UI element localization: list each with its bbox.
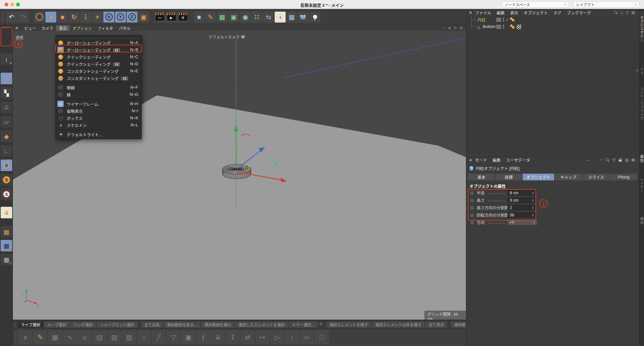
polygon-pen-tool[interactable]: ▽ — [166, 330, 181, 344]
spline-pen[interactable]: ✎ — [205, 12, 216, 23]
object-name[interactable]: 円柱 — [478, 17, 486, 23]
menu-item-クイックシェーディング（線）[interactable]: クイックシェーディング（線）N~D — [56, 60, 141, 68]
deformer[interactable]: ⇆ — [263, 12, 274, 23]
undo-icon[interactable]: ↶ — [6, 12, 17, 23]
floor-object[interactable]: ▦ — [286, 12, 297, 23]
magnet-tool[interactable]: ∪ — [78, 330, 92, 344]
enabled-check-icon[interactable]: ✓ — [506, 17, 509, 22]
om-menu-表示[interactable]: 表示 — [510, 10, 518, 16]
cube-points-tool[interactable]: □ — [315, 330, 329, 344]
filter-icon[interactable]: ▽ — [612, 158, 616, 162]
live-selection-tool[interactable]: ↖ — [34, 12, 45, 23]
search-icon[interactable] — [614, 11, 618, 15]
layout-select[interactable]: レイアウト ∨ — [573, 1, 639, 8]
viewport-menu-カメラ[interactable]: カメラ — [39, 25, 56, 31]
swap-tool[interactable]: ⇄ — [241, 330, 255, 344]
xyz-values-tool[interactable]: xyz — [300, 330, 314, 344]
tab-基本[interactable]: 基本 — [468, 174, 495, 180]
tab-オブジェクト[interactable]: オブジェクト — [523, 174, 554, 180]
normal-move-tool[interactable]: ↧ — [226, 330, 240, 344]
edge-mode-button[interactable]: ▱ — [1, 116, 12, 128]
smooth-shift-tool[interactable]: ⇊ — [211, 330, 225, 344]
forward-icon[interactable]: → — [593, 158, 597, 162]
tab-Phong[interactable]: Phong — [610, 174, 637, 180]
stretch-tool[interactable]: ↕ — [285, 330, 299, 344]
lock-workplane-button[interactable]: ▦▪ — [1, 240, 12, 251]
command-bar-grip[interactable] — [14, 322, 16, 327]
om-menu-タグ[interactable]: タグ — [553, 10, 561, 16]
layer-square-icon[interactable]: ∕ — [496, 18, 501, 22]
add-icon[interactable]: ⊞ — [631, 10, 635, 15]
am-menu-ユーザデータ[interactable]: ユーザデータ — [506, 157, 530, 163]
command-選択範囲を縮小[interactable]: 選択範囲を縮小 — [201, 322, 235, 328]
menu-item-線[interactable]: 線N~G — [56, 91, 141, 98]
texture-mode-button[interactable]: ▚ — [1, 87, 12, 99]
menu-item-省略表示[interactable]: 省略表示N~I — [56, 107, 141, 114]
camera-name-label[interactable]: デフォルトカメラ — [209, 34, 245, 40]
command-選択エレメントを隠す[interactable]: 選択エレメントを隠す — [326, 322, 371, 328]
transfer-tool[interactable]: ↦ — [255, 330, 270, 344]
light-object[interactable] — [309, 12, 320, 23]
quantize-tool[interactable]: ▦ — [48, 330, 62, 344]
up-icon[interactable]: ↑ — [600, 158, 602, 162]
close-hole-tool[interactable]: ▣ — [181, 330, 195, 344]
tab-座標[interactable]: 座標 — [496, 174, 522, 180]
phong-tag-icon[interactable] — [510, 24, 515, 29]
tweak-move-tool[interactable]: + — [92, 12, 103, 23]
tab-キャップ[interactable]: キャップ — [555, 174, 582, 180]
visibility-toggles[interactable]: ∕✓ — [496, 17, 509, 22]
phong-tag-icon[interactable] — [510, 17, 515, 22]
bridge-tool[interactable]: ∩ — [137, 330, 151, 344]
menu-item-隠線[interactable]: 隠線N~F — [56, 84, 141, 91]
brush-tool[interactable]: ∿ — [63, 330, 77, 344]
mirror-tool[interactable]: ▷ — [270, 330, 284, 344]
object-name[interactable]: Bottom — [483, 24, 496, 29]
generator-sphere[interactable]: ◉ — [240, 12, 251, 23]
command-全て反転[interactable]: 全て反転 — [141, 322, 163, 328]
panel-tab-構造[interactable]: 構造 — [639, 213, 644, 229]
extrude-tool[interactable]: ▤ — [92, 330, 107, 344]
am-menu-モード[interactable]: モード — [475, 157, 487, 163]
snap-mode-gray[interactable]: S — [1, 159, 12, 171]
menu-tearoff[interactable] — [57, 36, 140, 39]
command-連続したエレメントを選択[interactable]: 連続したエレメントを選択 — [235, 322, 288, 328]
om-menu-ブックマーク[interactable]: ブックマーク — [567, 10, 591, 16]
toggle-views-icon[interactable]: ⊞ — [460, 26, 463, 30]
object-row-円柱[interactable]: 円柱∕✓ — [466, 16, 639, 23]
tab-スライス[interactable]: スライス — [582, 174, 610, 180]
edge-slide-tool[interactable]: ∤ — [196, 330, 210, 344]
redo-icon[interactable]: ↷ — [18, 12, 29, 23]
menu-item-デフォルトライト...[interactable]: ☀デフォルトライト... — [56, 131, 141, 138]
arc-tool[interactable]: ∧ — [18, 330, 33, 344]
gear-icon[interactable]: ⚙ — [319, 322, 323, 328]
lock-y-axis[interactable]: Y — [115, 12, 126, 23]
home-icon[interactable]: ⌂ — [620, 10, 623, 15]
point-mode-button[interactable]: ∴ — [1, 102, 12, 113]
camera-object[interactable] — [298, 12, 309, 23]
command-リング選択[interactable]: リング選択 — [70, 322, 96, 328]
command-ループ選択[interactable]: ループ選択 — [44, 322, 70, 328]
viewport-menu-フィルタ[interactable]: フィルタ — [95, 25, 116, 31]
lock-x-axis[interactable]: X — [103, 12, 114, 23]
visibility-dots-icon[interactable] — [503, 18, 504, 22]
command-選択エレメント以外を隠す[interactable]: 選択エレメント以外を隠す — [372, 322, 425, 328]
knife-tool[interactable]: ╱ — [152, 330, 166, 344]
add-primitive-cube[interactable]: ■ — [194, 12, 204, 23]
attribute-manager-menu-icon[interactable]: ≡ — [469, 158, 472, 163]
command-選択範囲を拡大...[interactable]: 選択範囲を拡大... — [164, 322, 201, 328]
back-icon[interactable]: ← — [586, 158, 590, 162]
command-ミラー選択...[interactable]: ミラー選択... — [289, 322, 318, 328]
panel-tab-属性[interactable]: 属性 — [639, 154, 644, 163]
render-to-picture-viewer-button[interactable]: ▶ — [166, 12, 177, 23]
am-menu-編集[interactable]: 編集 — [493, 157, 501, 163]
panel-tab-コンテンツブラウザ[interactable]: コンテンツブラウザ — [639, 78, 644, 129]
panel-tab-オブジェクト[interactable]: オブジェクト — [639, 11, 644, 42]
menu-item-コンスタントシェーディング[interactable]: コンスタントシェーディングN~E — [56, 68, 141, 75]
om-menu-ファイル[interactable]: ファイル — [475, 10, 491, 16]
menu-item-コンスタントシェーディング（線）[interactable]: コンスタントシェーディング（線） — [56, 75, 141, 82]
object-row-Bottom[interactable]: △Bottom∕ — [466, 23, 639, 30]
visibility-dots-icon[interactable] — [503, 25, 504, 29]
polygon-mode-button[interactable]: ◆ — [1, 131, 12, 142]
panel-tab-レイヤー[interactable]: レイヤー — [639, 171, 644, 200]
align-workplane-button[interactable]: ▦↻ — [1, 254, 12, 265]
